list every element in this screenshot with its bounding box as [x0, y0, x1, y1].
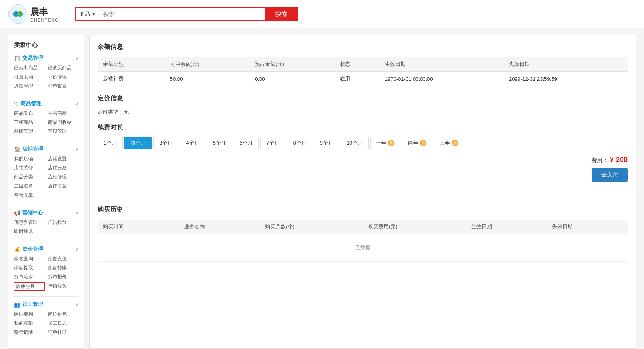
sidebar-link-mystore[interactable]: 我的店铺: [14, 155, 45, 163]
search-button[interactable]: 搜索: [265, 7, 298, 21]
sidebar-link-bought[interactable]: 已购买商品: [48, 64, 78, 72]
divider-4: [14, 241, 78, 241]
sidebar-section-store-header[interactable]: 🏠 店铺管理 ∨: [14, 145, 78, 153]
sidebar-link-balance-transfer[interactable]: 余额转账: [48, 264, 78, 272]
sidebar-link-balance-query[interactable]: 余额查询: [14, 255, 45, 263]
sidebar-link-flow[interactable]: 流程管理: [48, 173, 78, 181]
trade-icon: 📋: [14, 55, 20, 61]
sidebar-finance-links: 余额查询 余额充值 余额提取 余额转账 拆单流水 拆单报价 软件包月 增值服务: [14, 255, 78, 291]
duration-btn-8m[interactable]: 8个月: [287, 137, 312, 149]
duration-btn-2m[interactable]: 两个月: [124, 137, 152, 149]
pricing-section-title: 定价信息: [98, 94, 628, 103]
sidebar-link-order-schedule[interactable]: 订单排期: [48, 329, 78, 336]
sidebar-link-review[interactable]: 评价管理: [48, 73, 78, 81]
sidebar-link-recycle[interactable]: 商品回收站: [48, 119, 78, 126]
sidebar-link-order-report[interactable]: 订单报表: [48, 82, 78, 90]
sidebar-link-category[interactable]: 商品分类: [14, 173, 45, 181]
sidebar-section-staff-header[interactable]: 👥 员工管理 ∨: [14, 301, 78, 308]
sidebar-link-storesettings[interactable]: 店铺设置: [48, 155, 78, 163]
staff-icon: 👥: [14, 302, 20, 308]
duration-btn-10m[interactable]: 10个月: [341, 137, 369, 149]
fee-row: 费用： ¥ 200: [98, 156, 628, 164]
balance-cell-available: 50.00: [164, 72, 249, 86]
sidebar-link-brand[interactable]: 品牌管理: [14, 128, 45, 135]
search-category-selector[interactable]: 商品 ▼: [75, 7, 100, 21]
history-col-months: 购买月数(个): [260, 220, 363, 234]
sidebar-finance-title: 💰 资金管理: [14, 245, 43, 253]
history-col-fee: 购买费用(元): [363, 220, 466, 234]
chevron-staff-icon: ∨: [75, 302, 78, 307]
sidebar-section-finance-header[interactable]: 💰 资金管理 ∨: [14, 245, 78, 253]
balance-cell-start: 1970-01-01 00:00:00: [379, 72, 503, 86]
pay-button[interactable]: 去支付: [592, 168, 628, 182]
sidebar-link-refund[interactable]: 退款管理: [14, 82, 45, 90]
history-table: 购买时间 业务名称 购买月数(个) 购买费用(元) 生效日期 失效日期 无数据: [98, 220, 628, 262]
balance-table: 余额类型 可用余额(元) 预占金额(元) 状态 生效日期 失效日期 云端计费 5…: [98, 57, 628, 86]
sidebar-staff-title: 👥 员工管理: [14, 301, 43, 308]
sidebar-section-staff: 👥 员工管理 ∨ 组织架构 岗位角色 我的权限 员工日志 聊天记录 订单排期: [14, 301, 78, 336]
sidebar-link-stafflog[interactable]: 员工日志: [48, 320, 78, 327]
duration-btn-1m[interactable]: 1个月: [98, 137, 123, 149]
sidebar-link-im[interactable]: 即时通讯: [14, 228, 45, 235]
sidebar-link-ads[interactable]: 广告投放: [48, 219, 78, 226]
sidebar-link-sold[interactable]: 已卖出商品: [14, 64, 45, 72]
sidebar-store-title: 🏠 店铺管理: [14, 145, 43, 153]
svg-point-0: [8, 4, 27, 24]
duration-btn-5m[interactable]: 5个月: [207, 137, 232, 149]
sidebar-section-product-header[interactable]: ♡ 商品管理 ∨: [14, 100, 78, 107]
balance-section-title: 余额信息: [98, 43, 628, 51]
duration-btn-6m[interactable]: 6个月: [234, 137, 259, 149]
duration-btn-1y[interactable]: 一年 惠: [370, 137, 400, 149]
brand-name: 晨丰: [30, 6, 59, 18]
sidebar-section-trade-header[interactable]: 📋 交易管理 ∨: [14, 55, 78, 62]
duration-btn-7m[interactable]: 7个月: [260, 137, 285, 149]
sidebar-section-marketing: 📢 营销中心 ∨ 优惠券管理 广告投放 即时通讯: [14, 209, 78, 235]
sidebar-link-cloud[interactable]: 店铺云盘: [48, 164, 78, 172]
search-input[interactable]: [100, 7, 265, 21]
sidebar-link-publish[interactable]: 商品发布: [14, 110, 45, 117]
table-row: 云端计费 50.00 0.00 在用 1970-01-01 00:00:00 2…: [98, 72, 628, 86]
sidebar-link-split-price[interactable]: 拆单报价: [48, 273, 78, 281]
duration-btn-3y[interactable]: 三年 惠: [434, 137, 464, 149]
discount-badge-2y: 惠: [420, 140, 426, 146]
sidebar-marketing-links: 优惠券管理 广告投放 即时通讯: [14, 219, 78, 235]
sidebar-link-offline[interactable]: 下线商品: [14, 119, 45, 126]
duration-btn-4m[interactable]: 4个月: [180, 137, 205, 149]
marketing-icon: 📢: [14, 210, 20, 216]
balance-table-header-row: 余额类型 可用余额(元) 预占金额(元) 状态 生效日期 失效日期: [98, 57, 628, 72]
history-section: 购买历史 购买时间 业务名称 购买月数(个) 购买费用(元) 生效日期 失效日期: [98, 206, 628, 262]
history-col-name: 业务名称: [179, 220, 260, 234]
balance-col-end: 失效日期: [503, 57, 628, 72]
history-col-end: 失效日期: [546, 220, 628, 234]
sidebar-link-article[interactable]: 店铺文章: [48, 182, 78, 190]
sidebar-link-platform-article[interactable]: 平台文章: [14, 192, 45, 199]
sidebar-link-balance-withdraw[interactable]: 余额提取: [14, 264, 45, 272]
sidebar-link-org[interactable]: 组织架构: [14, 310, 45, 318]
duration-btn-9m[interactable]: 9个月: [314, 137, 339, 149]
sidebar-link-balance-recharge[interactable]: 余额充值: [48, 255, 78, 263]
sidebar-link-split-flow[interactable]: 拆单流水: [14, 273, 45, 281]
sidebar-link-role[interactable]: 岗位角色: [48, 310, 78, 318]
sidebar-link-chat[interactable]: 聊天记录: [14, 329, 45, 336]
sidebar-marketing-title: 📢 营销中心: [14, 209, 43, 216]
sidebar-title: 卖家中心: [14, 41, 78, 49]
duration-btn-2y[interactable]: 两年 惠: [402, 137, 432, 149]
discount-badge-1y: 惠: [388, 140, 394, 146]
sidebar-link-myperms[interactable]: 我的权限: [14, 320, 45, 327]
chevron-marketing-icon: ∨: [75, 210, 78, 216]
sidebar-link-decor[interactable]: 店铺装修: [14, 164, 45, 172]
sidebar-link-coupon[interactable]: 优惠券管理: [14, 219, 45, 226]
balance-col-start: 生效日期: [379, 57, 503, 72]
sidebar-link-baby[interactable]: 宝贝管理: [48, 128, 78, 135]
sidebar-link-domain[interactable]: 二级域名: [14, 182, 45, 190]
sidebar-link-bulk[interactable]: 批量采购: [14, 73, 45, 81]
sidebar-link-onsale[interactable]: 在售商品: [48, 110, 78, 117]
sidebar-section-marketing-header[interactable]: 📢 营销中心 ∨: [14, 209, 78, 216]
duration-btn-3m[interactable]: 3个月: [153, 137, 178, 149]
sidebar-link-software-monthly[interactable]: 软件包月: [14, 282, 45, 291]
sidebar-section-finance: 💰 资金管理 ∨ 余额查询 余额充值 余额提取 余额转账 拆单流水 拆单报价 软…: [14, 245, 78, 291]
fee-amount: ¥ 200: [610, 156, 628, 164]
history-col-start: 生效日期: [466, 220, 547, 234]
sidebar-link-value-added[interactable]: 增值服务: [48, 282, 78, 291]
history-col-time: 购买时间: [98, 220, 179, 234]
